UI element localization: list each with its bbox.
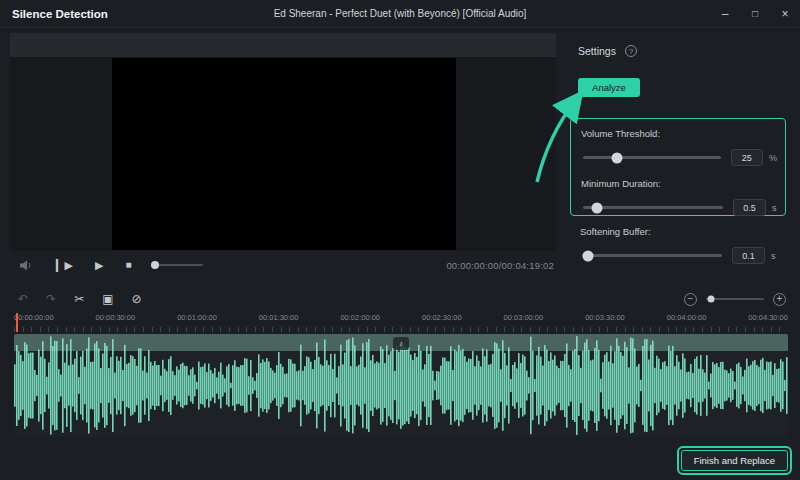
timeline-toolbar: ↶ ↷ ✂ ▣ ⊘ − + bbox=[10, 288, 790, 310]
audio-badge-icon: ♪ bbox=[393, 337, 409, 350]
close-button[interactable]: × bbox=[770, 0, 800, 28]
split-icon[interactable]: ✂ bbox=[74, 293, 84, 305]
titlebar: Silence Detection Ed Sheeran - Perfect D… bbox=[0, 0, 800, 28]
page-title: Silence Detection bbox=[0, 8, 108, 20]
video-frame bbox=[112, 58, 456, 250]
ruler-label: 00:04:30:00 bbox=[748, 313, 788, 327]
volume-threshold-row: 25 % bbox=[583, 149, 777, 166]
player-timecode: 00:00:00:00/00:04:19:02 bbox=[446, 260, 556, 271]
player-volume-slider[interactable] bbox=[151, 264, 203, 266]
minimize-button[interactable]: – bbox=[710, 0, 740, 28]
analyze-button[interactable]: Analyze bbox=[578, 78, 640, 97]
undo-icon[interactable]: ↶ bbox=[18, 293, 28, 305]
player-volume-handle[interactable] bbox=[151, 261, 159, 269]
maximize-button[interactable]: □ bbox=[740, 0, 770, 28]
zoom-controls: − + bbox=[684, 293, 790, 306]
softening-buffer-slider[interactable] bbox=[582, 254, 722, 257]
video-preview-area bbox=[10, 33, 556, 251]
minimum-duration-handle[interactable] bbox=[592, 202, 603, 213]
volume-icon[interactable] bbox=[20, 260, 34, 271]
softening-buffer-unit: s bbox=[771, 251, 776, 261]
volume-threshold-group: Volume Threshold: 25 % bbox=[581, 128, 777, 166]
minimum-duration-group: Minimum Duration: 0.5 s bbox=[581, 178, 777, 216]
window-controls: – □ × bbox=[710, 0, 800, 28]
preview-header bbox=[10, 33, 556, 57]
ruler-label: 00:02:30:00 bbox=[422, 313, 462, 327]
minimum-duration-slider[interactable] bbox=[583, 206, 723, 209]
step-play-icon[interactable]: ▎▶ bbox=[56, 260, 73, 271]
minimum-duration-value[interactable]: 0.5 bbox=[733, 199, 766, 216]
ruler-label: 00:02:00:00 bbox=[340, 313, 380, 327]
playhead[interactable] bbox=[16, 313, 18, 332]
detection-params-box: Volume Threshold: 25 % Minimum Duration:… bbox=[570, 118, 786, 216]
finish-button-highlight: Finish and Replace bbox=[677, 446, 792, 475]
timeline-zoom-handle[interactable] bbox=[707, 296, 714, 303]
ruler-label: 00:03:30:00 bbox=[585, 313, 625, 327]
silence-detection-window: Silence Detection Ed Sheeran - Perfect D… bbox=[0, 0, 800, 480]
minimum-duration-label: Minimum Duration: bbox=[581, 178, 777, 189]
minimum-duration-unit: s bbox=[772, 203, 777, 213]
ruler-label: 00:01:30:00 bbox=[259, 313, 299, 327]
softening-buffer-value[interactable]: 0.1 bbox=[732, 247, 765, 264]
timeline-zoom-slider[interactable] bbox=[706, 298, 764, 300]
crop-icon[interactable]: ▣ bbox=[102, 293, 113, 305]
softening-buffer-group: Softening Buffer: 0.1 s bbox=[570, 226, 786, 276]
softening-buffer-handle[interactable] bbox=[582, 250, 593, 261]
settings-heading-row: Settings ? bbox=[578, 45, 637, 57]
ruler-label: 00:03:00:00 bbox=[504, 313, 544, 327]
volume-threshold-slider[interactable] bbox=[583, 156, 721, 159]
redo-icon[interactable]: ↷ bbox=[46, 293, 56, 305]
ruler-label: 00:01:00:00 bbox=[177, 313, 217, 327]
media-title: Ed Sheeran - Perfect Duet (with Beyoncé)… bbox=[274, 8, 527, 19]
audio-clip-track[interactable]: ♪ bbox=[14, 334, 788, 437]
volume-threshold-value[interactable]: 25 bbox=[731, 149, 763, 166]
zoom-out-icon[interactable]: − bbox=[684, 293, 697, 306]
settings-heading: Settings bbox=[578, 45, 616, 57]
ruler-ticks bbox=[14, 327, 788, 332]
speaker-icon bbox=[20, 260, 34, 271]
volume-threshold-unit: % bbox=[769, 153, 777, 163]
stop-icon[interactable]: ■ bbox=[125, 260, 131, 270]
ruler-label: 00:00:00:00 bbox=[14, 313, 54, 327]
ruler-label: 00:04:00:00 bbox=[667, 313, 707, 327]
volume-threshold-handle[interactable] bbox=[612, 152, 623, 163]
timeline-ruler[interactable]: 00:00:00:00 00:00:30:00 00:01:00:00 00:0… bbox=[14, 313, 788, 327]
finish-and-replace-button[interactable]: Finish and Replace bbox=[681, 450, 788, 471]
softening-buffer-label: Softening Buffer: bbox=[580, 226, 778, 237]
ruler-label: 00:00:30:00 bbox=[96, 313, 136, 327]
player-controls: ▎▶ ▶ ■ 00:00:00:00/00:04:19:02 bbox=[10, 252, 556, 278]
softening-buffer-row: 0.1 s bbox=[582, 247, 778, 264]
minimum-duration-row: 0.5 s bbox=[583, 199, 777, 216]
play-icon[interactable]: ▶ bbox=[95, 260, 103, 271]
zoom-in-icon[interactable]: + bbox=[773, 293, 786, 306]
volume-threshold-label: Volume Threshold: bbox=[581, 128, 777, 139]
help-icon[interactable]: ? bbox=[625, 45, 637, 57]
mute-icon[interactable]: ⊘ bbox=[132, 293, 142, 305]
